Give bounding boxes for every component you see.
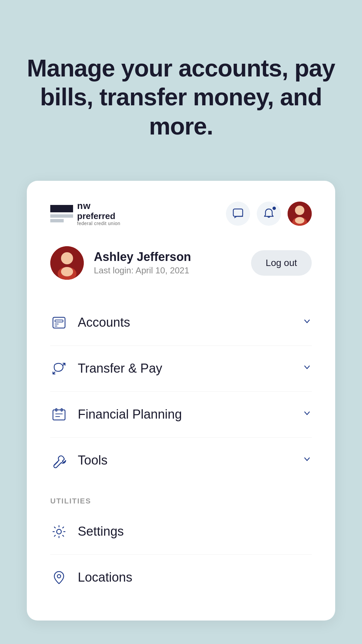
- nav-item-settings[interactable]: Settings: [50, 509, 312, 555]
- notification-dot: [272, 206, 277, 211]
- svg-rect-2: [50, 219, 64, 222]
- header-avatar-image: [288, 202, 312, 226]
- user-section: Ashley Jefferson Last login: April 10, 2…: [27, 239, 335, 300]
- svg-rect-0: [50, 205, 73, 212]
- header-icons: [226, 202, 312, 226]
- logo-sub: federal credit union: [77, 221, 120, 226]
- nav-label-accounts: Accounts: [78, 315, 292, 330]
- location-icon: [50, 569, 68, 586]
- svg-point-7: [295, 217, 304, 224]
- svg-rect-16: [53, 410, 65, 420]
- logo-area: nw preferred federal credit union: [50, 201, 120, 226]
- chat-button[interactable]: [226, 202, 250, 226]
- chat-icon: [232, 208, 244, 220]
- accounts-chevron-icon: [302, 316, 312, 329]
- svg-point-11: [61, 267, 73, 276]
- logo-preferred: preferred: [77, 211, 120, 221]
- logout-button[interactable]: Log out: [251, 250, 312, 276]
- main-card: nw preferred federal credit union: [27, 181, 335, 621]
- settings-icon: [50, 523, 68, 540]
- svg-point-5: [295, 206, 304, 215]
- svg-rect-3: [233, 209, 243, 216]
- utilities-menu: Settings Locations: [50, 509, 312, 600]
- utilities-label: UTILITIES: [50, 497, 312, 505]
- nav-label-settings: Settings: [78, 524, 312, 539]
- transfer-icon: [50, 360, 68, 377]
- svg-rect-12: [53, 317, 65, 328]
- nav-menu: Accounts Transfer & Pay: [27, 300, 335, 483]
- nav-label-transfer-pay: Transfer & Pay: [78, 361, 292, 376]
- user-avatar-image: [50, 246, 84, 280]
- user-details: Ashley Jefferson Last login: April 10, 2…: [94, 250, 191, 276]
- svg-point-9: [61, 252, 73, 264]
- hero-section: Manage your accounts, pay bills, transfe…: [0, 0, 362, 181]
- nav-item-financial-planning[interactable]: Financial Planning: [50, 392, 312, 438]
- nav-item-accounts[interactable]: Accounts: [50, 300, 312, 346]
- planning-chevron-icon: [302, 408, 312, 421]
- nav-item-transfer-pay[interactable]: Transfer & Pay: [50, 346, 312, 392]
- nav-item-locations[interactable]: Locations: [50, 555, 312, 600]
- notification-button[interactable]: [257, 202, 281, 226]
- user-name: Ashley Jefferson: [94, 250, 191, 264]
- svg-point-20: [57, 575, 61, 578]
- user-last-login: Last login: April 10, 2021: [94, 265, 191, 276]
- account-icon: [50, 314, 68, 331]
- logo-graphic-icon: [50, 205, 73, 222]
- header-avatar[interactable]: [288, 202, 312, 226]
- logo-text: nw preferred federal credit union: [77, 201, 120, 226]
- tools-chevron-icon: [302, 454, 312, 467]
- hero-headline: Manage your accounts, pay bills, transfe…: [27, 54, 335, 141]
- svg-point-19: [57, 529, 61, 534]
- nav-label-locations: Locations: [78, 570, 312, 585]
- user-avatar: [50, 246, 84, 280]
- planning-icon: [50, 406, 68, 423]
- logo-nw: nw: [77, 201, 120, 211]
- nav-label-financial-planning: Financial Planning: [78, 407, 292, 422]
- utilities-section: UTILITIES Settings: [27, 483, 335, 600]
- user-info: Ashley Jefferson Last login: April 10, 2…: [50, 246, 191, 280]
- nav-item-tools[interactable]: Tools: [50, 438, 312, 483]
- tools-icon: [50, 452, 68, 469]
- svg-rect-1: [50, 214, 73, 218]
- card-header: nw preferred federal credit union: [27, 181, 335, 239]
- nav-label-tools: Tools: [78, 453, 292, 468]
- transfer-chevron-icon: [302, 362, 312, 375]
- svg-rect-13: [55, 320, 63, 322]
